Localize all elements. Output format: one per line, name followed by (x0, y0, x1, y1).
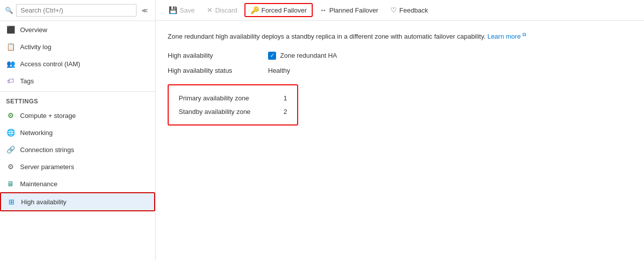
primary-zone-label: Primary availability zone (179, 94, 249, 102)
search-input[interactable] (16, 4, 137, 17)
nav-connection-strings[interactable]: 🔗 Connection strings (0, 141, 155, 158)
nav-label-overview: Overview (20, 26, 47, 34)
nav-label-activity-log: Activity log (20, 43, 51, 51)
ha-value-group: ✓ Zone redundant HA (268, 52, 337, 60)
ha-label: High availability (168, 52, 268, 59)
content-area: Zone redundant high availability deploys… (156, 21, 644, 260)
ha-status-label: High availability status (168, 67, 268, 74)
nav-label-networking: Networking (20, 129, 53, 137)
main-panel: 💾 Save ✕ Discard 🔑 Forced Failover ↔ Pla… (156, 0, 644, 260)
ha-checkbox[interactable]: ✓ (268, 52, 276, 60)
forced-failover-label: Forced Failover (262, 7, 307, 14)
planned-failover-button[interactable]: ↔ Planned Failover (315, 3, 383, 17)
nav-high-availability[interactable]: ⊞ High availability (0, 192, 155, 211)
planned-failover-icon: ↔ (320, 6, 327, 14)
availability-zones-box: Primary availability zone 1 Standby avai… (168, 84, 298, 125)
search-bar: 🔍 ≪ (0, 0, 155, 21)
ha-value: Zone redundant HA (280, 52, 337, 59)
feedback-icon: ♡ (391, 6, 397, 14)
nav-tags[interactable]: 🏷 Tags (0, 72, 155, 89)
nav-label-connection-strings: Connection strings (20, 146, 74, 154)
compute-storage-icon: ⚙ (6, 111, 15, 120)
nav-label-high-availability: High availability (21, 198, 66, 206)
primary-zone-row: Primary availability zone 1 (179, 91, 287, 105)
search-icon: 🔍 (5, 7, 13, 14)
server-parameters-icon: ⚙ (6, 162, 15, 171)
feedback-button[interactable]: ♡ Feedback (385, 3, 433, 17)
primary-zone-value: 1 (284, 94, 287, 102)
discard-label: Discard (215, 7, 237, 14)
nav-label-tags: Tags (20, 77, 34, 85)
learn-more-link[interactable]: Learn more ⧉ (487, 33, 526, 40)
standby-zone-row: Standby availability zone 2 (179, 105, 287, 118)
save-label: Save (180, 7, 195, 14)
standby-zone-value: 2 (284, 108, 287, 115)
forced-failover-icon: 🔑 (250, 6, 259, 14)
nav-activity-log[interactable]: 📋 Activity log (0, 38, 155, 55)
nav-label-access-control: Access control (IAM) (20, 60, 80, 68)
forced-failover-button[interactable]: 🔑 Forced Failover (244, 3, 313, 17)
learn-more-label: Learn more (487, 33, 521, 40)
standby-zone-label: Standby availability zone (179, 108, 250, 115)
discard-button[interactable]: ✕ Discard (202, 3, 242, 17)
settings-section-label: Settings (0, 91, 155, 107)
high-availability-icon: ⊞ (7, 197, 16, 206)
toolbar: 💾 Save ✕ Discard 🔑 Forced Failover ↔ Pla… (156, 0, 644, 21)
nav-access-control[interactable]: 👥 Access control (IAM) (0, 55, 155, 72)
overview-icon: ⬛ (6, 25, 15, 34)
save-icon: 💾 (169, 6, 177, 14)
description-text: Zone redundant high availability deploys… (168, 31, 632, 42)
collapse-button[interactable]: ≪ (140, 6, 150, 15)
connection-strings-icon: 🔗 (6, 145, 15, 154)
access-control-icon: 👥 (6, 59, 15, 68)
nav-networking[interactable]: 🌐 Networking (0, 124, 155, 141)
nav-label-maintenance: Maintenance (20, 180, 57, 188)
nav-label-compute-storage: Compute + storage (20, 112, 76, 119)
nav-compute-storage[interactable]: ⚙ Compute + storage (0, 107, 155, 124)
nav-overview[interactable]: ⬛ Overview (0, 21, 155, 38)
description-body: Zone redundant high availability deploys… (168, 33, 485, 40)
external-link-icon: ⧉ (523, 32, 526, 37)
nav-server-parameters[interactable]: ⚙ Server parameters (0, 158, 155, 175)
discard-icon: ✕ (207, 6, 213, 14)
sidebar: 🔍 ≪ ⬛ Overview 📋 Activity log 👥 Access c… (0, 0, 156, 260)
tags-icon: 🏷 (6, 76, 15, 85)
ha-status-row: High availability status Healthy (168, 67, 632, 74)
nav-maintenance[interactable]: 🖥 Maintenance (0, 175, 155, 192)
nav-label-server-parameters: Server parameters (20, 163, 74, 171)
maintenance-icon: 🖥 (6, 179, 15, 188)
feedback-label: Feedback (400, 7, 428, 14)
networking-icon: 🌐 (6, 128, 15, 137)
save-button[interactable]: 💾 Save (164, 3, 200, 17)
activity-log-icon: 📋 (6, 42, 15, 51)
ha-status-value: Healthy (268, 67, 290, 74)
high-availability-row: High availability ✓ Zone redundant HA (168, 52, 632, 60)
planned-failover-label: Planned Failover (329, 7, 378, 14)
